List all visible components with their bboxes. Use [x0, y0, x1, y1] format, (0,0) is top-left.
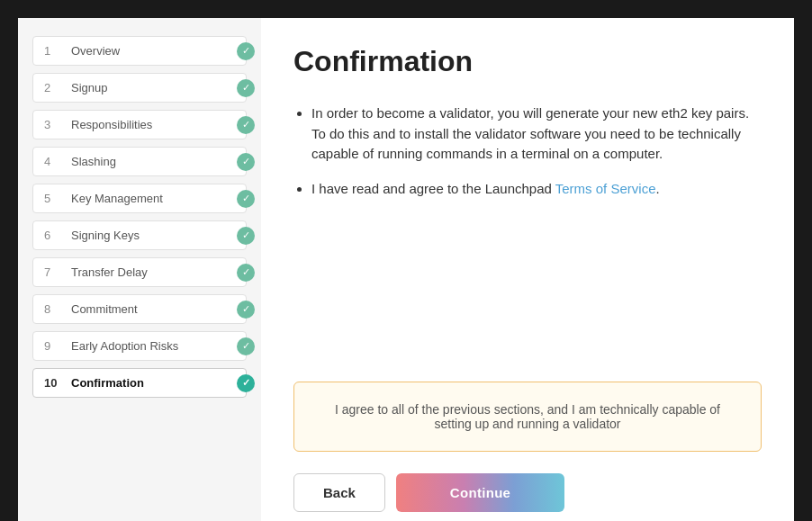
check-icon: ✓ [237, 227, 255, 245]
agreement-box: I agree to all of the previous sections,… [293, 382, 762, 452]
sidebar-item-label: Slashing [71, 155, 116, 168]
bullet-list: In order to become a validator, you will… [293, 103, 762, 213]
check-icon: ✓ [237, 264, 255, 282]
sidebar-item-number: 8 [44, 302, 62, 316]
sidebar-item-transfer-delay[interactable]: 7Transfer Delay✓ [32, 257, 247, 287]
sidebar-item-slashing[interactable]: 4Slashing✓ [32, 147, 247, 176]
sidebar-item-commitment[interactable]: 8Commitment✓ [32, 294, 247, 324]
check-icon: ✓ [237, 337, 255, 355]
main-content: Confirmation In order to become a valida… [261, 18, 794, 521]
sidebar-item-signing-keys[interactable]: 6Signing Keys✓ [32, 220, 247, 250]
sidebar-item-label: Early Adoption Risks [71, 339, 178, 353]
check-icon: ✓ [237, 190, 255, 208]
sidebar-item-label: Transfer Delay [71, 265, 148, 279]
sidebar-item-number: 7 [44, 265, 62, 279]
bullet-item-1: In order to become a validator, you will… [311, 103, 762, 165]
sidebar-item-number: 1 [44, 44, 62, 58]
sidebar-item-label: Overview [71, 44, 120, 58]
sidebar-item-signup[interactable]: 2Signup✓ [32, 73, 247, 103]
check-icon: ✓ [237, 42, 255, 60]
check-icon: ✓ [237, 374, 255, 392]
continue-button[interactable]: Continue [396, 473, 564, 512]
app-window: 1Overview✓2Signup✓3Responsibilities✓4Sla… [18, 18, 794, 521]
check-icon: ✓ [237, 301, 255, 319]
sidebar-item-label: Responsibilities [71, 118, 152, 131]
sidebar-item-label: Signup [71, 81, 107, 94]
back-button[interactable]: Back [293, 473, 385, 512]
sidebar-item-responsibilities[interactable]: 3Responsibilities✓ [32, 110, 247, 139]
sidebar-item-label: Signing Keys [71, 229, 140, 242]
button-row: Back Continue [293, 473, 762, 512]
sidebar-item-number: 10 [44, 376, 62, 390]
sidebar-item-overview[interactable]: 1Overview✓ [32, 36, 247, 66]
terms-of-service-link[interactable]: Terms of Service [555, 181, 656, 196]
sidebar-item-key-management[interactable]: 5Key Management✓ [32, 184, 247, 213]
sidebar-item-number: 5 [44, 192, 62, 205]
sidebar-item-number: 4 [44, 155, 62, 168]
check-icon: ✓ [237, 116, 255, 134]
sidebar-item-number: 6 [44, 229, 62, 242]
sidebar-item-number: 3 [44, 118, 62, 131]
bullet-item-2: I have read and agree to the Launchpad T… [311, 179, 762, 200]
check-icon: ✓ [237, 79, 255, 97]
sidebar-item-number: 9 [44, 339, 62, 353]
sidebar-item-number: 2 [44, 81, 62, 94]
agreement-text: I agree to all of the previous sections,… [335, 402, 720, 431]
sidebar: 1Overview✓2Signup✓3Responsibilities✓4Sla… [18, 18, 261, 521]
check-icon: ✓ [237, 153, 255, 171]
sidebar-item-confirmation[interactable]: 10Confirmation✓ [32, 368, 247, 398]
sidebar-item-label: Confirmation [71, 376, 144, 390]
sidebar-item-early-adoption-risks[interactable]: 9Early Adoption Risks✓ [32, 331, 247, 361]
sidebar-item-label: Key Management [71, 192, 163, 205]
sidebar-item-label: Commitment [71, 302, 138, 316]
page-title: Confirmation [293, 45, 762, 78]
